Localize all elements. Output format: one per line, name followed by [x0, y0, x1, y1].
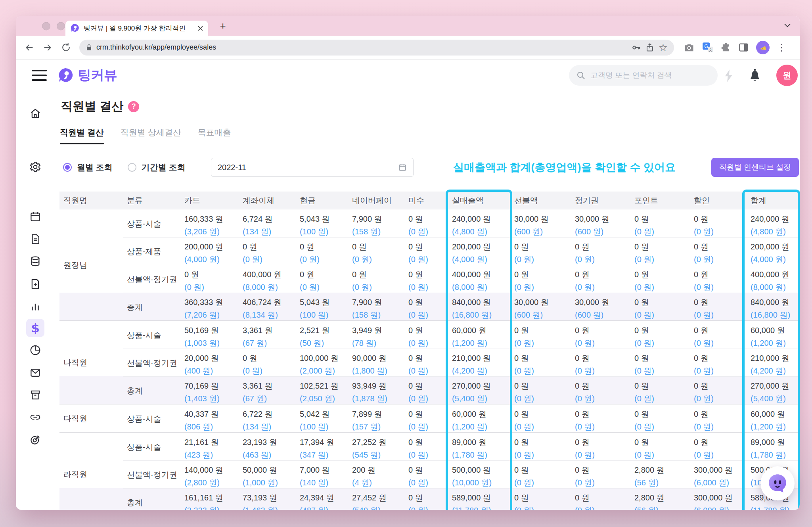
tab-employee-detail-settlement[interactable]: 직원별 상세결산 [121, 127, 181, 144]
sidebar-item-documents[interactable] [26, 230, 44, 248]
employee-name-spacer [59, 376, 123, 404]
amount-sub: (0 원) [694, 366, 745, 376]
value-cell-미수: 0 원(0 원) [404, 265, 448, 293]
amount-main: 0 원 [575, 437, 629, 448]
sidebar-item-mail[interactable] [26, 364, 44, 382]
col-header: 분류 [123, 195, 180, 206]
user-avatar[interactable]: 원 [776, 65, 798, 86]
sidebar-item-home[interactable] [26, 104, 44, 123]
value-cell-선불액: 0 원(0 원) [510, 265, 571, 293]
tab-employee-settlement[interactable]: 직원별 결산 [60, 127, 104, 144]
menu-hamburger-icon[interactable] [32, 70, 47, 81]
col-header: 계좌이체 [239, 195, 296, 206]
amount-sub: (806 원) [184, 422, 237, 432]
sidebar-item-statistics[interactable] [26, 297, 44, 315]
amount-sub: (0 원) [408, 422, 446, 432]
value-cell-할인: 0 원(0 원) [690, 265, 747, 293]
sidebar-item-link[interactable] [26, 408, 44, 426]
radio-unchecked-icon[interactable] [128, 163, 136, 172]
incentive-settings-button[interactable]: 직원별 인센티브 설정 [711, 158, 799, 177]
amount-main: 0 원 [634, 409, 688, 420]
amount-main: 0 원 [514, 437, 569, 448]
amount-main: 0 원 [408, 353, 446, 364]
value-cell-계좌이체: 400,000 원(8,000 원) [239, 265, 296, 293]
value-cell-실매출액: 60,000 원(1,200 원) [448, 321, 510, 349]
amount-main: 0 원 [694, 325, 745, 336]
share-icon[interactable] [645, 43, 655, 52]
browser-profile-avatar[interactable] [756, 41, 770, 54]
amount-sub: (0 원) [694, 226, 745, 237]
back-button[interactable] [22, 40, 36, 55]
address-bar[interactable]: crm.thinkofyou.kr/app/employee/sales ☆ [79, 40, 674, 56]
amount-main: 50,000 원 [243, 465, 294, 475]
category-cell: 총계 [123, 376, 180, 404]
amount-sub: (545 원) [352, 450, 403, 460]
url-text: crm.thinkofyou.kr/app/employee/sales [96, 43, 627, 52]
translate-extension-icon[interactable]: G文 [702, 42, 714, 54]
sidebar-item-settings[interactable] [26, 158, 44, 176]
amount-main: 0 원 [514, 269, 569, 280]
amount-main: 0 원 [408, 409, 446, 420]
amount-sub: (1,003 원) [184, 338, 237, 349]
amount-sub: (10,000 원) [452, 477, 509, 488]
amount-main: 2,800 원 [634, 465, 688, 475]
amount-main: 2,521 원 [300, 325, 347, 336]
sidebar-item-calendar[interactable] [26, 207, 44, 226]
amount-sub: (6,000 원) [694, 505, 745, 510]
amount-main: 27,252 원 [352, 437, 403, 448]
employee-name-spacer [59, 433, 123, 460]
employee-name-spacer [59, 488, 123, 510]
tab-target-sales[interactable]: 목표매출 [198, 127, 231, 144]
quick-actions-lightning-icon[interactable] [722, 69, 735, 82]
amount-main: 0 원 [243, 353, 294, 364]
amount-sub: (11,780 원) [751, 505, 797, 510]
month-picker-input[interactable]: 2022-11 [211, 158, 414, 177]
value-cell-합계: 60,000 원(1,200 원) [747, 404, 799, 432]
password-key-icon[interactable] [631, 42, 641, 53]
employee-name-spacer [59, 293, 123, 320]
camera-extension-icon[interactable] [684, 42, 695, 53]
notifications-bell-icon[interactable] [747, 68, 762, 84]
bookmark-star-icon[interactable]: ☆ [659, 42, 668, 53]
amount-sub: (0 원) [514, 282, 569, 293]
value-cell-포인트: 0 원(0 원) [630, 237, 690, 265]
sidebar-item-database[interactable] [26, 252, 44, 270]
value-cell-포인트: 2,800 원(56 원) [630, 460, 690, 488]
new-tab-button[interactable]: + [216, 19, 230, 33]
table-row: 선불액·정기권140,000 원(2,800 원)50,000 원(1,000 … [59, 460, 799, 488]
app-logo[interactable]: 팅커뷰 [57, 66, 117, 84]
sidebar-item-file-add[interactable] [26, 275, 44, 293]
amount-main: 0 원 [634, 381, 688, 391]
value-cell-정기권: 0 원(0 원) [571, 265, 630, 293]
amount-sub: (463 원) [243, 450, 294, 460]
sidebar-item-sales[interactable]: $ [26, 319, 44, 337]
period-radio-option[interactable]: 기간별 조회 [128, 162, 186, 173]
amount-sub: (5,400 원) [751, 393, 797, 404]
monthly-radio-option[interactable]: 월별 조회 [63, 162, 113, 173]
amount-sub: (0 원) [408, 282, 446, 293]
value-cell-네이버페이: 7,900 원(158 원) [348, 293, 404, 320]
amount-sub: (0 원) [514, 422, 569, 432]
minimize-window-button[interactable] [57, 22, 65, 30]
help-badge[interactable]: ? [128, 101, 139, 112]
extensions-puzzle-icon[interactable] [721, 42, 731, 53]
radio-checked-icon[interactable] [63, 163, 72, 172]
browser-tab[interactable]: 팅커뷰 | 월 9,900원 가장 합리적인 [65, 21, 208, 36]
forward-button[interactable] [40, 40, 55, 55]
sidebar-item-pie-chart[interactable] [26, 341, 44, 359]
chat-widget-button[interactable] [760, 466, 795, 500]
amount-main: 20,000 원 [184, 353, 237, 364]
tab-close-icon[interactable] [197, 25, 203, 31]
customer-search-input[interactable]: 고객명 또는 연락처 검색 [569, 65, 718, 86]
table-row: 상품-시술50,169 원(1,003 원)3,361 원(67 원)2,521… [59, 321, 799, 349]
side-panel-icon[interactable] [738, 42, 749, 53]
browser-menu-icon[interactable]: ⋮ [777, 43, 786, 52]
sidebar-item-target[interactable] [26, 431, 44, 449]
amount-sub: (1,200 원) [751, 422, 797, 432]
close-window-button[interactable] [42, 22, 50, 30]
amount-main: 0 원 [575, 325, 629, 336]
amount-main: 0 원 [184, 269, 237, 280]
tab-search-chevron-icon[interactable] [784, 23, 791, 28]
sidebar-item-archive[interactable] [26, 386, 44, 404]
reload-button[interactable] [59, 40, 73, 55]
